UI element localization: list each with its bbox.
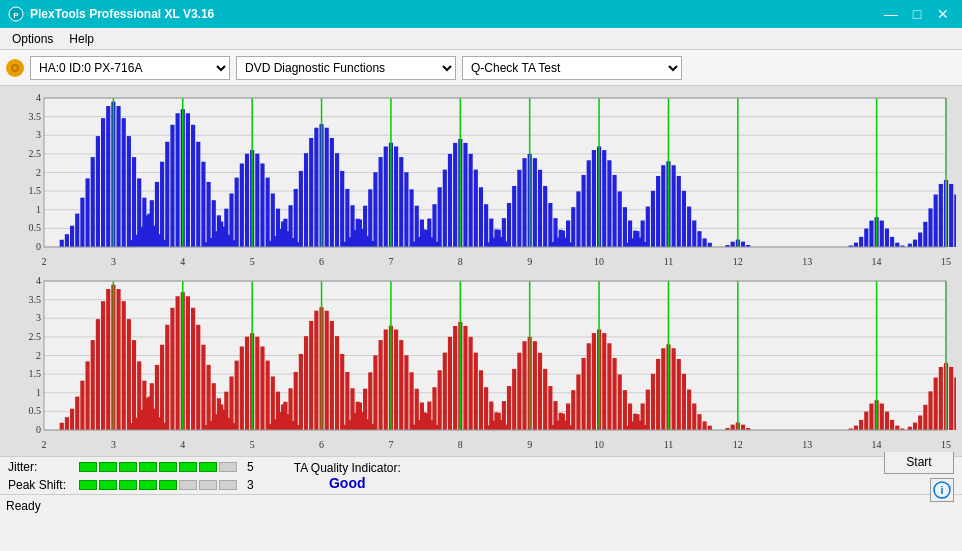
meter-segment <box>199 462 217 472</box>
function-select[interactable]: DVD Diagnostic Functions <box>236 56 456 80</box>
start-button[interactable]: Start <box>884 450 954 474</box>
info-button[interactable]: i <box>930 478 954 502</box>
meter-segment <box>79 480 97 490</box>
test-select[interactable]: Q-Check TA Test <box>462 56 682 80</box>
jitter-value: 5 <box>247 460 254 474</box>
svg-text:P: P <box>13 11 19 20</box>
bottom-panel: Jitter: 5 Peak Shift: 3 TA Quality Indic… <box>0 456 962 494</box>
jitter-meter <box>79 462 237 472</box>
minimize-button[interactable]: — <box>880 5 902 23</box>
action-buttons: Start i <box>884 450 954 502</box>
svg-point-4 <box>13 66 17 70</box>
meter-segment <box>99 462 117 472</box>
menu-help[interactable]: Help <box>61 30 102 48</box>
bottom-chart-container <box>6 273 956 452</box>
window-title: PlexTools Professional XL V3.16 <box>30 7 214 21</box>
meter-segment <box>99 480 117 490</box>
drive-select[interactable]: HA:0 ID:0 PX-716A <box>30 56 230 80</box>
meter-segment <box>119 480 137 490</box>
meter-segment <box>159 462 177 472</box>
jitter-row: Jitter: 5 <box>8 460 254 474</box>
top-chart <box>6 90 956 269</box>
peak-shift-row: Peak Shift: 3 <box>8 478 254 492</box>
meter-segment <box>179 480 197 490</box>
meter-segment <box>139 462 157 472</box>
metrics-panel: Jitter: 5 Peak Shift: 3 <box>8 460 254 492</box>
meter-segment <box>219 462 237 472</box>
drive-icon <box>6 59 24 77</box>
maximize-button[interactable]: □ <box>906 5 928 23</box>
bottom-chart <box>6 273 956 452</box>
app-icon: P <box>8 6 24 22</box>
menu-bar: Options Help <box>0 28 962 50</box>
meter-segment <box>159 480 177 490</box>
meter-segment <box>79 462 97 472</box>
peak-shift-label: Peak Shift: <box>8 478 73 492</box>
menu-options[interactable]: Options <box>4 30 61 48</box>
toolbar: HA:0 ID:0 PX-716A DVD Diagnostic Functio… <box>0 50 962 86</box>
peak-shift-value: 3 <box>247 478 254 492</box>
ta-quality-label: TA Quality Indicator: <box>294 461 401 475</box>
ta-quality-panel: TA Quality Indicator: Good <box>294 461 401 491</box>
meter-segment <box>139 480 157 490</box>
meter-segment <box>119 462 137 472</box>
peak-shift-meter <box>79 480 237 490</box>
svg-text:i: i <box>940 484 943 496</box>
meter-segment <box>219 480 237 490</box>
status-text: Ready <box>6 499 41 513</box>
close-button[interactable]: ✕ <box>932 5 954 23</box>
top-chart-container <box>6 90 956 269</box>
status-bar: Ready <box>0 494 962 516</box>
meter-segment <box>199 480 217 490</box>
jitter-label: Jitter: <box>8 460 73 474</box>
ta-quality-value: Good <box>329 475 366 491</box>
title-bar: P PlexTools Professional XL V3.16 — □ ✕ <box>0 0 962 28</box>
meter-segment <box>179 462 197 472</box>
